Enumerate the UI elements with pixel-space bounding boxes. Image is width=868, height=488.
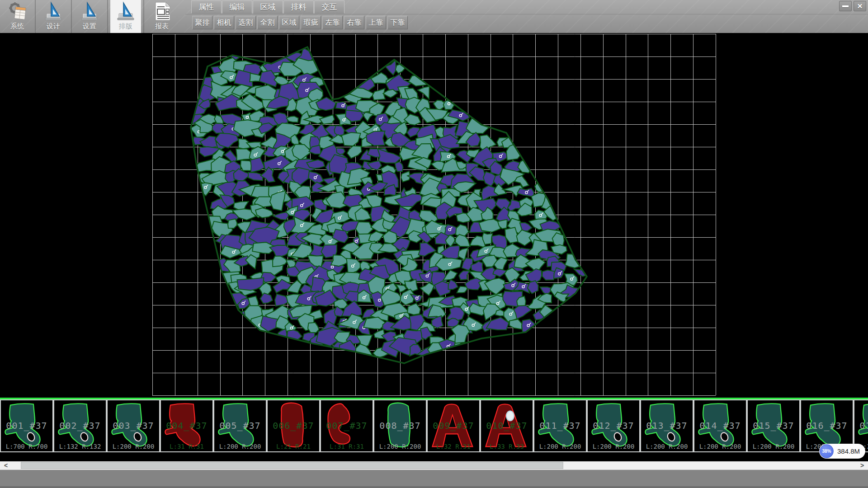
- menu-tab[interactable]: 属性: [191, 0, 222, 14]
- menu-tab-row: 属性编辑区域排料交互: [191, 0, 345, 14]
- part-thumbnail-003[interactable]: 003_#37L:200 R:200: [107, 399, 160, 452]
- action-button[interactable]: 左靠: [322, 16, 343, 29]
- main-button-label: 排版: [119, 22, 132, 31]
- part-name: 008_#37: [374, 420, 426, 431]
- part-count: L:33 R:33: [481, 443, 533, 450]
- progress-percent: 38%: [820, 444, 834, 458]
- part-name: 001_#37: [1, 420, 52, 431]
- part-name: 009_#37: [428, 420, 479, 431]
- part-thumbnail-007[interactable]: 007_#37L:31 R:31: [320, 399, 373, 452]
- part-name: 012_#37: [588, 420, 639, 431]
- part-name: 010_#37: [481, 420, 533, 431]
- part-thumbnail-004[interactable]: 004_#37L:31 R:31: [160, 399, 213, 452]
- layout-ruler-icon: [116, 1, 136, 21]
- part-count: L:200 R:200: [748, 443, 799, 450]
- minimize-button[interactable]: [839, 1, 852, 11]
- nesting-viewport[interactable]: [0, 33, 868, 398]
- part-name: 006_#37: [268, 420, 319, 431]
- toolbar-separator: [35, 0, 36, 33]
- part-thumbnail-011[interactable]: 011_#37L:200 R:200: [533, 399, 587, 452]
- parts-thumbnail-strip: 001_#37L:700 R:700 002_#37L:132 R:132 00…: [0, 399, 868, 461]
- part-count: L:200 R:200: [641, 443, 693, 450]
- main-button-5[interactable]: 报表: [146, 0, 177, 33]
- action-button[interactable]: 下靠: [387, 16, 408, 29]
- part-count: L:200 R:200: [694, 443, 746, 450]
- part-name: 002_#37: [54, 420, 106, 431]
- toolbar-separator: [71, 0, 72, 33]
- part-thumbnail-002[interactable]: 002_#37L:132 R:132: [53, 399, 107, 452]
- part-count: L:700 R:700: [1, 443, 52, 450]
- action-button[interactable]: 聚排: [192, 16, 212, 29]
- part-name: 005_#37: [214, 420, 266, 431]
- part-thumbnail-015[interactable]: 015_#37L:200 R:200: [747, 399, 800, 452]
- memory-usage: 384.8M: [837, 447, 860, 455]
- part-thumbnail-014[interactable]: 014_#37L:200 R:200: [693, 399, 747, 452]
- close-icon: ✕: [857, 2, 863, 10]
- part-thumbnail-005[interactable]: 005_#37L:200 R:200: [213, 399, 267, 452]
- part-thumbnail-008[interactable]: 008_#37L:200 R:200: [373, 399, 427, 452]
- action-button[interactable]: 右靠: [344, 16, 364, 29]
- part-thumbnail-006[interactable]: 006_#37L:21 R:21: [267, 399, 320, 452]
- main-button-4[interactable]: 排版: [110, 0, 141, 33]
- action-button[interactable]: 选割: [236, 16, 256, 29]
- menu-tab[interactable]: 编辑: [222, 0, 252, 14]
- action-button[interactable]: 上靠: [366, 16, 386, 29]
- part-thumbnail-013[interactable]: 013_#37L:200 R:200: [640, 399, 693, 452]
- menu-tab[interactable]: 排料: [283, 0, 314, 14]
- minimize-icon: [842, 5, 849, 7]
- design-ruler-icon: [43, 1, 63, 21]
- settings-ruler-icon: [80, 1, 99, 21]
- part-name: 007_#37: [321, 420, 373, 431]
- action-button[interactable]: 区域: [279, 16, 299, 29]
- main-button-label: 设置: [83, 22, 96, 31]
- nesting-canvas[interactable]: [0, 33, 868, 398]
- part-name: 015_#37: [748, 420, 799, 431]
- main-button-3[interactable]: 设置: [74, 0, 105, 33]
- part-name: 016_#37: [801, 420, 853, 431]
- part-count: L:31 R:31: [161, 443, 212, 450]
- part-name: 011_#37: [534, 420, 586, 431]
- part-name: 014_#37: [694, 420, 746, 431]
- part-count: L:32 R:31: [428, 443, 479, 450]
- part-name: 004_#37: [161, 420, 212, 431]
- toolbar-separator: [143, 0, 144, 33]
- main-button-2[interactable]: 设计: [38, 0, 69, 33]
- part-name: 013_#37: [641, 420, 693, 431]
- bottom-bar: [0, 469, 868, 488]
- action-button-row: 聚排相机选割全割区域瑕疵左靠右靠上靠下靠: [192, 16, 409, 29]
- scrollbar-thumb[interactable]: [21, 462, 563, 469]
- main-button-1[interactable]: 系统: [2, 0, 33, 33]
- progress-badge[interactable]: 38% 384.8M: [819, 444, 865, 459]
- part-thumbnail-009[interactable]: 009_#37L:32 R:31: [427, 399, 480, 452]
- scroll-left-arrow[interactable]: <: [2, 461, 10, 469]
- action-button[interactable]: 瑕疵: [301, 16, 321, 29]
- part-name: 017_#37: [854, 420, 868, 431]
- report-icon: [152, 1, 172, 21]
- toolbar-seam: [185, 14, 868, 14]
- main-button-label: 报表: [155, 22, 169, 31]
- part-count: L:132 R:132: [54, 443, 106, 450]
- menu-tab[interactable]: 区域: [253, 0, 283, 14]
- action-button[interactable]: 全割: [257, 16, 278, 29]
- main-toolbar-buttons: 系统 设计 设置 排版: [2, 0, 177, 33]
- top-toolbar: 系统 设计 设置 排版: [0, 0, 868, 33]
- part-count: L:200 R:200: [214, 443, 266, 450]
- horizontal-scrollbar[interactable]: < >: [0, 461, 868, 469]
- main-button-label: 系统: [10, 22, 24, 31]
- part-count: L:200 R:200: [374, 443, 426, 450]
- part-count: L:21 R:21: [268, 443, 319, 450]
- part-count: L:200 R:200: [534, 443, 586, 450]
- toolbar-separator: [107, 0, 108, 33]
- action-button[interactable]: 相机: [214, 16, 234, 29]
- part-thumbnail-012[interactable]: 012_#37L:200 R:200: [587, 399, 640, 452]
- part-thumbnail-010[interactable]: 010_#37L:33 R:33: [480, 399, 533, 452]
- system-gear-icon: [7, 1, 27, 21]
- part-thumbnail-001[interactable]: 001_#37L:700 R:700: [0, 399, 53, 452]
- part-count: L:200 R:200: [108, 443, 159, 450]
- menu-tab[interactable]: 交互: [314, 0, 344, 14]
- close-button[interactable]: ✕: [854, 1, 866, 11]
- main-button-label: 设计: [47, 22, 60, 31]
- scroll-right-arrow[interactable]: >: [858, 461, 866, 469]
- part-name: 003_#37: [108, 420, 159, 431]
- part-count: L:31 R:31: [321, 443, 373, 450]
